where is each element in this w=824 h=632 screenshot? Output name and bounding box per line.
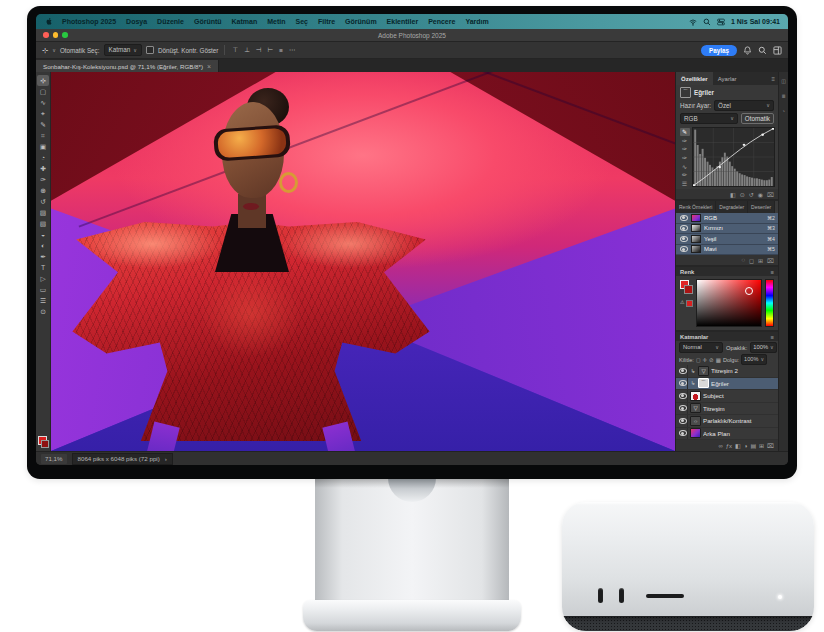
document-tab[interactable]: Sonbahar-Kış-Koleksiyonu.psd @ 71,1% (Eğ… <box>36 60 219 72</box>
healing-brush-tool[interactable]: ✚ <box>37 163 49 174</box>
menu-item-pencere[interactable]: Pencere <box>423 18 460 25</box>
lock-artboard-icon[interactable]: ⊘ <box>709 357 714 363</box>
link-layers-icon[interactable]: ∞ <box>718 443 722 449</box>
opacity-input[interactable]: 100% ∨ <box>750 342 777 353</box>
auto-button[interactable]: Otomatik <box>741 113 774 124</box>
move-tool[interactable]: ⊹ <box>37 75 49 86</box>
menu-item-sec[interactable]: Seç <box>291 18 313 25</box>
targeted-adjustment-icon[interactable]: ☰ <box>680 179 690 187</box>
menu-item-eklentiler[interactable]: Eklentiler <box>382 18 424 25</box>
new-adjustment-layer-icon[interactable]: ◑ <box>744 443 748 449</box>
channel-row-green[interactable]: Yeşil ⌘4 <box>676 234 778 245</box>
layer-effects-icon[interactable]: ƒx <box>726 443 732 449</box>
zoom-window-button[interactable] <box>62 32 68 38</box>
brush-tool[interactable]: ✑ <box>37 174 49 185</box>
visibility-toggle[interactable] <box>678 428 688 440</box>
menu-item-filtre[interactable]: Filtre <box>313 18 340 25</box>
marquee-tool[interactable]: ▢ <box>37 86 49 97</box>
visibility-toggle[interactable] <box>678 403 688 415</box>
tab-gradients[interactable]: Degradeler <box>716 201 748 213</box>
smooth-curve-icon[interactable]: ∿ <box>680 162 690 170</box>
visibility-toggle[interactable] <box>679 225 688 231</box>
auto-select-dropdown[interactable]: Katman ∨ <box>104 44 142 56</box>
menu-item-goruntu[interactable]: Görüntü <box>189 18 227 25</box>
search-icon[interactable] <box>758 46 767 55</box>
layer-thumbnail[interactable]: ▽ <box>698 366 709 376</box>
layer-thumbnail[interactable]: ▽ <box>690 403 701 413</box>
layer-row-titresim[interactable]: ▽ Titreşim <box>676 403 778 416</box>
curves-plot[interactable] <box>692 127 775 187</box>
layer-row-subject[interactable]: Subject <box>676 390 778 403</box>
clone-stamp-tool[interactable]: ⊕ <box>37 185 49 196</box>
tab-swatches[interactable]: Renk Örnekleri <box>676 201 716 213</box>
tab-adjustments[interactable]: Ayarlar <box>713 72 742 85</box>
visibility-toggle[interactable] <box>678 378 688 390</box>
fill-input[interactable]: 100% ∨ <box>741 354 767 365</box>
menu-item-gorunum[interactable]: Görünüm <box>340 18 382 25</box>
gradient-tool[interactable]: ▧ <box>37 218 49 229</box>
menu-item-katman[interactable]: Katman <box>227 18 263 25</box>
history-panel-icon[interactable]: ◔ <box>782 108 785 114</box>
document-info[interactable]: 8064 piks x 6048 piks (72 ppi) › <box>72 453 173 465</box>
panel-menu-icon[interactable]: ≡ <box>768 72 778 85</box>
align-bottom-icon[interactable]: ⊥ <box>243 46 251 54</box>
hue-slider[interactable] <box>765 279 774 327</box>
visibility-toggle[interactable] <box>678 390 688 402</box>
channel-select[interactable]: RGB ∨ <box>680 113 738 124</box>
delete-adjustment-icon[interactable]: ⌧ <box>767 191 774 198</box>
align-right-icon[interactable]: ⊢ <box>266 46 274 54</box>
tab-patterns[interactable]: Desenler <box>748 201 775 213</box>
layer-row-egriler[interactable]: ↳ ⌒ Eğriler <box>676 378 778 391</box>
view-previous-state-icon[interactable]: ⊙ <box>740 191 745 198</box>
crop-tool[interactable]: ⌗ <box>37 130 49 141</box>
lock-transparency-icon[interactable]: ◻ <box>696 357 701 363</box>
edit-points-icon[interactable]: ✎ <box>680 128 690 136</box>
notifications-bell-icon[interactable] <box>743 46 752 55</box>
new-layer-icon[interactable]: ⊞ <box>759 442 764 449</box>
visibility-toggle[interactable] <box>679 215 688 221</box>
white-point-sampler-icon[interactable]: ✑ <box>680 154 690 162</box>
history-brush-tool[interactable]: ↺ <box>37 196 49 207</box>
info-panel-icon[interactable]: ≣ <box>781 93 785 99</box>
channel-row-red[interactable]: Kırmızı ⌘3 <box>676 224 778 235</box>
toggle-visibility-icon[interactable]: ◉ <box>758 191 763 198</box>
workspace-switcher-icon[interactable] <box>773 46 782 55</box>
quick-selection-tool[interactable]: ✎ <box>37 119 49 130</box>
zoom-level[interactable]: 71,1% <box>41 454 67 464</box>
panel-menu-icon[interactable]: ≡ <box>771 269 774 275</box>
share-button[interactable]: Paylaş <box>701 45 737 56</box>
close-window-button[interactable] <box>43 32 49 38</box>
dodge-tool[interactable]: ◐ <box>37 240 49 251</box>
new-group-icon[interactable]: ▤ <box>750 442 756 449</box>
new-channel-icon[interactable]: ⊞ <box>758 257 763 264</box>
menu-bar-clock[interactable]: 1 Nis Sal 09:41 <box>731 18 780 25</box>
lock-all-icon[interactable]: ▦ <box>716 357 721 363</box>
foreground-background-colors[interactable] <box>37 436 49 448</box>
menu-item-duzenle[interactable]: Düzenle <box>152 18 189 25</box>
tab-properties[interactable]: Özellikler <box>676 72 713 85</box>
transform-controls-checkbox[interactable] <box>146 46 154 54</box>
visibility-toggle[interactable] <box>678 415 688 427</box>
visibility-toggle[interactable] <box>678 365 688 377</box>
clip-to-layer-icon[interactable]: ◧ <box>730 191 736 198</box>
layer-row-arkaplan[interactable]: Arka Plan <box>676 428 778 441</box>
layer-row-titresim2[interactable]: ↳ ▽ Titreşim 2 <box>676 365 778 378</box>
gamut-color-chip[interactable] <box>686 300 693 307</box>
saturation-brightness-field[interactable] <box>696 279 762 327</box>
gray-point-sampler-icon[interactable]: ✑ <box>680 145 690 153</box>
align-left-icon[interactable]: ⊣ <box>255 46 263 54</box>
save-selection-icon[interactable]: ◻ <box>749 257 754 264</box>
background-color-swatch[interactable] <box>41 440 49 448</box>
control-center-icon[interactable] <box>717 18 725 26</box>
object-selection-tool[interactable]: ⌖ <box>37 108 49 119</box>
layer-row-parlaklik[interactable]: ☼ Parlaklık/Kontrast <box>676 415 778 428</box>
lasso-tool[interactable]: ∿ <box>37 97 49 108</box>
layer-thumbnail[interactable]: ☼ <box>690 416 701 426</box>
channel-row-rgb[interactable]: RGB ⌘2 <box>676 213 778 224</box>
minimize-window-button[interactable] <box>53 32 59 38</box>
close-tab-icon[interactable]: × <box>207 63 211 70</box>
add-mask-icon[interactable]: ◧ <box>735 442 741 449</box>
load-selection-icon[interactable]: ◌ <box>741 257 745 263</box>
blend-mode-select[interactable]: Normal ∨ <box>679 342 723 353</box>
apple-logo-icon[interactable] <box>44 17 53 26</box>
